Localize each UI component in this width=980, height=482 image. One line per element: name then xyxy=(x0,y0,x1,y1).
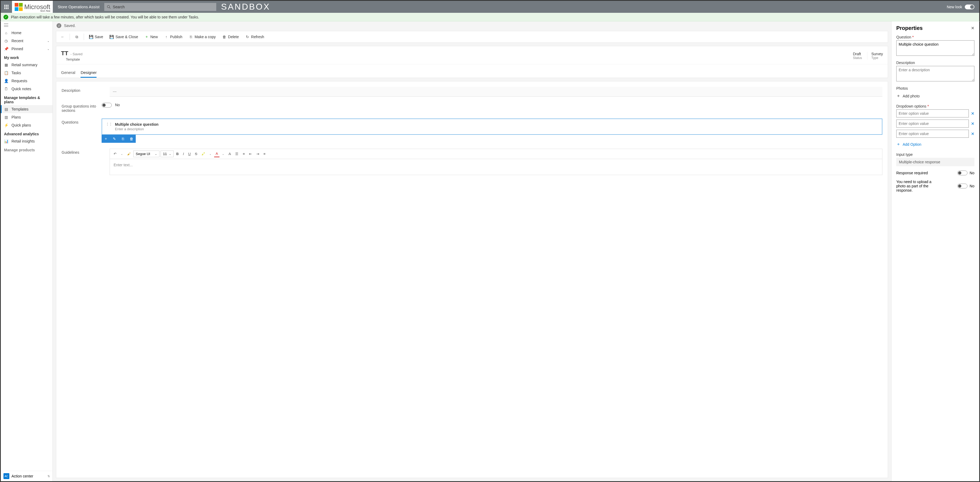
back-button[interactable]: ← xyxy=(58,33,67,41)
remove-option-button[interactable]: ✕ xyxy=(971,121,974,126)
delete-question-button[interactable]: 🗑 xyxy=(127,135,136,143)
cmd-label: Refresh xyxy=(251,35,264,39)
nav-pinned[interactable]: 📌 Pinned ⌄ xyxy=(1,45,52,53)
nav-section-templates: Manage templates & plans xyxy=(1,93,52,105)
response-required-label: Response required xyxy=(896,171,928,175)
input-type-label: Input type xyxy=(896,152,974,156)
nav-quick-notes[interactable]: 🗒 Quick notes xyxy=(1,85,52,93)
font-color-button[interactable]: A xyxy=(214,150,220,157)
bold-button[interactable]: B xyxy=(175,151,180,157)
question-item[interactable]: ⋮⋮ Multiple choice question Enter a desc… xyxy=(102,118,882,135)
indent-button[interactable]: ⇥ xyxy=(255,151,261,157)
saved-text: Saved. xyxy=(64,24,76,28)
close-panel-button[interactable]: ✕ xyxy=(971,26,974,31)
copy-icon: ⎘ xyxy=(189,35,193,39)
undo-dropdown[interactable]: ⌄ xyxy=(119,152,124,156)
refresh-button[interactable]: ↻ Refresh xyxy=(243,33,267,41)
save-close-button[interactable]: 💾 Save & Close xyxy=(107,33,141,41)
delete-button[interactable]: 🗑 Delete xyxy=(220,33,241,41)
action-center-badge: AC xyxy=(3,473,10,479)
add-photo-label: Add photo xyxy=(903,94,920,98)
add-option-button[interactable]: ＋ Add Option xyxy=(896,140,974,148)
upload-photo-toggle[interactable] xyxy=(957,184,967,188)
option-input[interactable] xyxy=(896,120,969,128)
nav-tasks[interactable]: 📋 Tasks xyxy=(1,69,52,77)
option-input[interactable] xyxy=(896,109,969,117)
action-center[interactable]: AC Action center ⇅ xyxy=(1,471,52,481)
nav-label: Quick notes xyxy=(11,87,31,91)
app-launcher[interactable] xyxy=(1,1,12,13)
nav-plans[interactable]: ▥ Plans xyxy=(1,113,52,121)
search-input[interactable] xyxy=(113,5,213,9)
description-textarea[interactable] xyxy=(896,66,974,81)
nav-recent[interactable]: ◷ Recent ⌄ xyxy=(1,37,52,45)
type-value: Survey xyxy=(871,52,883,56)
number-list-button[interactable]: ≡ xyxy=(241,151,247,157)
description-field-label: Description xyxy=(896,61,974,65)
record-saved-indicator: - Saved xyxy=(70,52,83,56)
refresh-icon: ↻ xyxy=(245,35,250,39)
copy-button[interactable]: ⎘ Make a copy xyxy=(186,33,218,41)
question-title: Multiple choice question xyxy=(115,122,158,126)
tab-designer[interactable]: Designer xyxy=(81,68,97,78)
open-new-window-button[interactable]: ⧉ xyxy=(72,33,81,41)
back-arrow-icon: ← xyxy=(60,35,65,39)
photos-label: Photos xyxy=(896,86,974,91)
remove-option-button[interactable]: ✕ xyxy=(971,111,974,116)
strikethrough-button[interactable]: S xyxy=(193,151,199,157)
command-bar: ← ⧉ 💾 Save 💾 Save & Close ＋ New ↑ Publis… xyxy=(56,31,888,43)
description-input[interactable]: --- xyxy=(110,87,882,97)
nav-label: Tasks xyxy=(11,71,21,75)
font-size-select[interactable]: 11 ⌄ xyxy=(161,150,173,157)
rte-editor[interactable]: Enter text... xyxy=(110,159,882,175)
new-button[interactable]: ＋ New xyxy=(142,33,161,41)
new-look-toggle[interactable] xyxy=(965,5,974,10)
sidebar-collapse-button[interactable] xyxy=(1,21,52,29)
italic-button[interactable]: I xyxy=(181,151,186,157)
format-painter-button[interactable]: 🖌 xyxy=(126,151,132,157)
remove-option-button[interactable]: ✕ xyxy=(971,131,974,136)
duplicate-question-button[interactable]: ⎘ xyxy=(119,135,127,143)
align-button[interactable]: ≡ xyxy=(262,151,267,157)
nav-quick-plans[interactable]: ⚡ Quick plans xyxy=(1,121,52,129)
sandbox-badge: SANDBOX xyxy=(221,2,270,12)
nav-requests[interactable]: 👤 Requests xyxy=(1,77,52,85)
highlight-dropdown[interactable]: ⌄ xyxy=(208,152,213,156)
underline-button[interactable]: U xyxy=(187,151,192,157)
option-input[interactable] xyxy=(896,130,969,138)
edit-question-button[interactable]: ✎ xyxy=(110,135,119,143)
guidelines-row: Guidelines ↶ ⌄ 🖌 Segoe UI ⌄ 11 ⌄ xyxy=(62,148,882,175)
pin-icon: 📌 xyxy=(4,47,8,51)
nav-home[interactable]: ⌂ Home xyxy=(1,29,52,37)
nav-retail-insights[interactable]: 📊 Retail insights xyxy=(1,137,52,145)
undo-button[interactable]: ↶ xyxy=(112,151,118,157)
nav-section-analytics: Advanced analytics xyxy=(1,129,52,137)
popout-icon: ⧉ xyxy=(75,35,79,39)
font-family-select[interactable]: Segoe UI ⌄ xyxy=(133,150,159,157)
response-required-toggle[interactable] xyxy=(957,171,967,176)
group-sections-toggle[interactable] xyxy=(102,103,112,108)
highlight-button[interactable]: 🖍 xyxy=(200,151,207,157)
question-toolbar: ＋ ✎ ⎘ 🗑 xyxy=(102,135,136,143)
template-icon: ▤ xyxy=(4,107,8,111)
tab-general[interactable]: General xyxy=(61,68,75,78)
nav-templates[interactable]: ▤ Templates xyxy=(1,105,52,113)
drag-handle-icon[interactable]: ⋮⋮ xyxy=(106,122,112,126)
nav-label: Retail insights xyxy=(11,139,35,143)
outdent-button[interactable]: ⇤ xyxy=(247,151,254,157)
bullet-list-button[interactable]: ☰ xyxy=(234,151,240,157)
font-color-dropdown[interactable]: ⌄ xyxy=(221,152,226,156)
nav-retail-summary[interactable]: ▦ Retail summary xyxy=(1,61,52,69)
question-textarea[interactable] xyxy=(896,40,974,56)
app-title: Store Operations Assist xyxy=(53,5,104,9)
add-photo-button[interactable]: ＋ Add photo xyxy=(896,91,974,101)
global-search[interactable] xyxy=(104,3,216,11)
add-question-button[interactable]: ＋ xyxy=(102,135,110,143)
publish-button[interactable]: ↑ Publish xyxy=(162,33,185,41)
clear-format-button[interactable]: A̶ xyxy=(227,151,232,157)
search-icon xyxy=(107,5,111,9)
response-required-row: Response required No xyxy=(896,171,974,176)
nav-label: Retail summary xyxy=(11,63,37,67)
calendar-icon: ▥ xyxy=(4,115,8,119)
save-button[interactable]: 💾 Save xyxy=(86,33,106,41)
